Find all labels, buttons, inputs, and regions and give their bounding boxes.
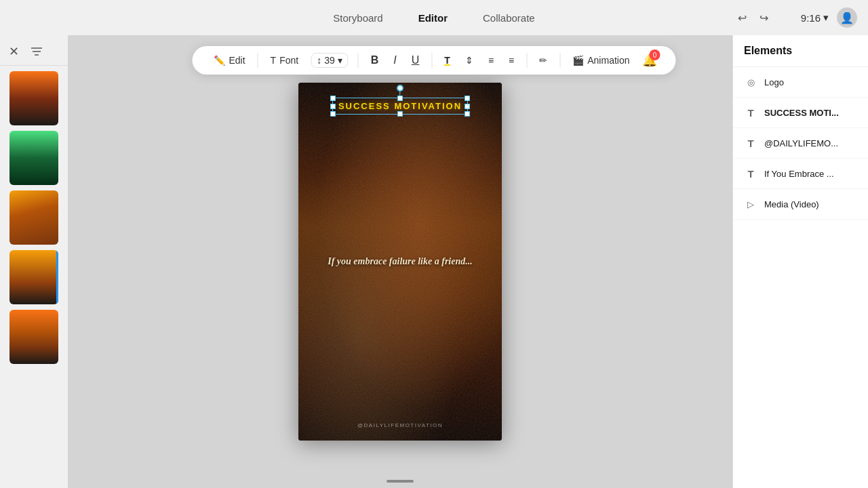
rotate-handle[interactable]	[397, 85, 403, 92]
sidebar-top-icons: ✕	[0, 43, 68, 66]
font-size-icon: ↕	[317, 55, 321, 66]
animation-button[interactable]: 🎬 Animation	[570, 54, 632, 67]
eyedropper-button[interactable]: ✏	[536, 54, 550, 67]
close-button[interactable]: ✕	[5, 43, 22, 60]
handle-top-left[interactable]	[330, 96, 336, 101]
separator-3	[431, 53, 432, 68]
nav-collaborate[interactable]: Collaborate	[477, 9, 540, 26]
toolbar: ✏️ Edit T Font ↕ 39 ▾ B I U T ⇕ ≡ ≡ ✏ 🎬 …	[192, 46, 675, 75]
line-spacing-button[interactable]: ⇕	[462, 54, 476, 67]
font-label: Font	[279, 55, 298, 66]
bold-button[interactable]: B	[368, 53, 382, 68]
slide-thumb-1[interactable]	[9, 71, 58, 125]
font-button[interactable]: T Font	[268, 54, 302, 67]
bottom-indicator	[387, 480, 414, 483]
separator-1	[258, 53, 258, 68]
panel-item-logo[interactable]: ◎ Logo	[733, 67, 868, 98]
slide-thumb-3[interactable]	[9, 190, 58, 245]
panel-item-text-2[interactable]: T @DAILYLIFEMO...	[733, 128, 868, 159]
text-align-top-button[interactable]: T	[441, 54, 453, 67]
text-align-center-icon: ≡	[488, 55, 494, 66]
slide-thumb-2[interactable]	[9, 131, 58, 185]
logo-icon: ◎	[744, 75, 757, 89]
canvas-area: SUCCESS MOTIVATION If you embrace failur…	[68, 35, 732, 488]
separator-4	[526, 53, 527, 68]
font-size-value: 39	[324, 55, 335, 66]
time-text: 9:16	[801, 12, 821, 24]
time-chevron: ▾	[823, 12, 829, 24]
text-icon-1: T	[744, 106, 757, 119]
design-canvas[interactable]: SUCCESS MOTIVATION If you embrace failur…	[298, 83, 502, 441]
undo-button[interactable]: ↩	[732, 8, 751, 27]
top-right: 9:16 ▾ 👤	[801, 7, 857, 28]
panel-item-video-label: Media (Video)	[764, 199, 819, 209]
text-icon-2: T	[744, 136, 757, 150]
title-selection-box[interactable]: SUCCESS MOTIVATION	[332, 98, 468, 115]
text-align-center-button[interactable]: ≡	[486, 54, 496, 67]
line-spacing-icon: ⇕	[465, 55, 473, 66]
handle-top-middle[interactable]	[397, 96, 403, 101]
top-bar: ↩ ↪ Storyboard Editor Collaborate 9:16 ▾…	[0, 0, 868, 35]
canvas-title-wrapper: SUCCESS MOTIVATION	[308, 98, 492, 115]
text-icon-3: T	[744, 167, 757, 180]
bell-badge-count: 0	[650, 49, 660, 60]
animation-icon: 🎬	[572, 55, 584, 66]
justify-button[interactable]: ≡	[506, 54, 517, 67]
bell-badge-wrapper[interactable]: 🔔 0	[642, 53, 657, 68]
panel-item-video[interactable]: ▷ Media (Video)	[733, 189, 868, 220]
canvas-title: SUCCESS MOTIVATION	[338, 101, 462, 111]
top-nav: Storyboard Editor Collaborate	[328, 9, 540, 26]
panel-item-text-3[interactable]: T If You Embrace ...	[733, 159, 868, 189]
handle-bottom-right[interactable]	[465, 111, 470, 117]
panel-item-text-3-label: If You Embrace ...	[764, 169, 834, 179]
slide-thumb-5[interactable]	[9, 310, 58, 364]
slide-thumb-4[interactable]	[9, 250, 58, 304]
nav-editor[interactable]: Editor	[413, 9, 453, 26]
font-icon: T	[271, 55, 277, 66]
edit-label: Edit	[229, 55, 245, 66]
handle-bottom-left[interactable]	[330, 111, 336, 117]
canvas-footer: @DAILYLIFEMOTIVATION	[298, 418, 502, 430]
animation-label: Animation	[587, 55, 629, 66]
filter-button[interactable]	[28, 43, 45, 60]
underline-button[interactable]: U	[409, 53, 422, 68]
canvas-footer-text: @DAILYLIFEMOTIVATION	[357, 422, 443, 428]
handle-top-right[interactable]	[465, 96, 470, 101]
left-sidebar: ✕	[0, 35, 68, 488]
profile-icon[interactable]: 👤	[837, 7, 857, 28]
separator-2	[358, 53, 359, 68]
italic-button[interactable]: I	[391, 53, 399, 68]
time-display[interactable]: 9:16 ▾	[801, 12, 829, 24]
canvas-body-paragraph: If you embrace failure like a friend...	[312, 254, 488, 268]
progress-indicator	[56, 250, 58, 304]
video-icon: ▷	[744, 197, 757, 211]
panel-item-text-1-label: SUCCESS MOTI...	[764, 108, 839, 118]
handle-bottom-middle[interactable]	[397, 111, 403, 117]
redo-button[interactable]: ↪	[754, 8, 773, 27]
edit-icon: ✏️	[214, 55, 225, 66]
panel-item-logo-label: Logo	[764, 77, 784, 87]
nav-storyboard[interactable]: Storyboard	[328, 9, 388, 26]
right-panel: Elements ◎ Logo T SUCCESS MOTI... T @DAI…	[732, 35, 868, 488]
text-align-top-icon: T	[444, 55, 450, 66]
handle-middle-right[interactable]	[465, 104, 470, 109]
handle-middle-left[interactable]	[330, 104, 336, 109]
canvas-body-text[interactable]: If you embrace failure like a friend...	[298, 254, 502, 268]
separator-5	[559, 53, 560, 68]
eyedropper-icon: ✏	[539, 55, 547, 66]
panel-header: Elements	[733, 35, 868, 67]
panel-item-text-1[interactable]: T SUCCESS MOTI...	[733, 98, 868, 128]
panel-item-text-2-label: @DAILYLIFEMO...	[764, 138, 838, 148]
font-size-selector[interactable]: ↕ 39 ▾	[311, 53, 349, 68]
edit-button[interactable]: ✏️ Edit	[211, 54, 248, 67]
font-size-chevron: ▾	[338, 55, 342, 66]
justify-icon: ≡	[509, 55, 514, 66]
